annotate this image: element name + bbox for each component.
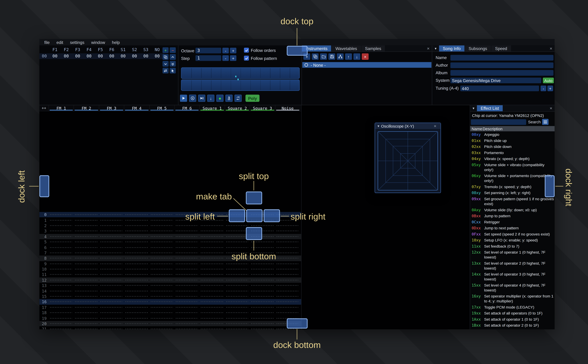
pattern-cell[interactable]	[199, 223, 225, 228]
orders-cell[interactable]: 00	[152, 54, 163, 59]
pattern-cell[interactable]	[48, 212, 74, 217]
pattern-cell[interactable]	[199, 321, 225, 326]
split-target-right[interactable]	[264, 209, 280, 222]
pattern-cell[interactable]	[74, 305, 99, 310]
pattern-cell[interactable]	[124, 288, 149, 294]
pattern-cell[interactable]	[74, 217, 99, 223]
pattern-cell[interactable]	[174, 250, 199, 256]
pattern-cell[interactable]	[48, 261, 74, 266]
orders-cell[interactable]: 00	[106, 54, 118, 59]
pattern-cell[interactable]	[99, 261, 124, 266]
pattern-cell[interactable]	[99, 305, 124, 310]
pattern-cell[interactable]	[199, 277, 225, 283]
dock-target-left[interactable]	[40, 175, 49, 197]
pattern-cell[interactable]	[149, 266, 174, 272]
effect-row[interactable]: 1BxxSet attack of operator 2 (0 to 1F)	[470, 322, 555, 328]
pattern-cell[interactable]	[99, 277, 124, 283]
pattern-cell[interactable]	[124, 239, 149, 245]
close-icon[interactable]: ×	[547, 45, 555, 52]
play-pattern-button[interactable]	[189, 95, 196, 102]
pattern-cell[interactable]	[149, 223, 174, 228]
dock-target-top[interactable]	[287, 46, 308, 56]
menu-item-help[interactable]: help	[109, 40, 123, 45]
pattern-cell[interactable]	[174, 288, 199, 294]
pattern-cell[interactable]	[74, 294, 99, 299]
pattern-cell[interactable]	[74, 245, 99, 250]
dock-target-bottom[interactable]	[287, 318, 308, 329]
collapse-icon[interactable]: ▼	[470, 105, 477, 111]
pattern-cell[interactable]	[99, 245, 124, 250]
pattern-cell[interactable]	[99, 288, 124, 294]
tab-subsongs[interactable]: Subsongs	[465, 45, 491, 52]
channel-header[interactable]: FM 3	[99, 105, 124, 111]
oscilloscope-titlebar[interactable]: ▼ Oscilloscope (X-Y) ×	[375, 123, 441, 130]
pattern-cell[interactable]	[48, 272, 74, 277]
pattern-cell[interactable]	[99, 256, 124, 261]
instrument-list-item-none[interactable]: - None -	[302, 62, 431, 68]
pattern-cell[interactable]	[74, 272, 99, 277]
pattern-cell[interactable]	[99, 212, 124, 217]
pattern-cell[interactable]	[149, 310, 174, 315]
effect-row[interactable]: 02xxPitch slide down	[470, 143, 555, 150]
piano-keyboard-lower[interactable]	[181, 79, 300, 91]
pattern-cell[interactable]	[48, 250, 74, 256]
play-button[interactable]	[180, 95, 187, 102]
piano-keyboard-upper[interactable]	[181, 67, 300, 79]
pattern-cell[interactable]	[199, 283, 225, 288]
effect-row[interactable]: 08xySet panning (x: left; y: right)	[470, 190, 555, 196]
pattern-cell[interactable]	[199, 326, 225, 329]
pattern-cell[interactable]	[48, 223, 74, 228]
pattern-cell[interactable]	[174, 266, 199, 272]
pattern-cell[interactable]	[275, 299, 300, 305]
pattern-cell[interactable]	[199, 315, 225, 321]
pattern-cell[interactable]	[124, 299, 149, 305]
pattern-cell[interactable]	[174, 239, 199, 245]
orders-cell[interactable]: 00	[129, 54, 140, 59]
pattern-cell[interactable]	[225, 266, 250, 272]
order-swap-button[interactable]	[163, 68, 169, 73]
pattern-cell[interactable]	[174, 272, 199, 277]
pattern-cell[interactable]	[74, 250, 99, 256]
close-icon[interactable]: ×	[425, 45, 432, 52]
pattern-cell[interactable]	[174, 326, 199, 329]
pattern-cell[interactable]	[225, 239, 250, 245]
pattern-cell[interactable]	[124, 234, 149, 239]
pattern-cell[interactable]	[48, 321, 74, 326]
pattern-cell[interactable]	[250, 305, 275, 310]
pattern-cell[interactable]	[74, 261, 99, 266]
pattern-cell[interactable]	[199, 245, 225, 250]
effect-row[interactable]: 09xxSet groove pattern (speed 1 if no gr…	[470, 196, 555, 207]
channel-header[interactable]: FM 5	[149, 105, 174, 111]
follow-orders-checkbox[interactable]: Follow orders	[244, 48, 276, 52]
pattern-cell[interactable]	[250, 310, 275, 315]
pattern-cell[interactable]	[149, 299, 174, 305]
channel-header[interactable]: Noise	[275, 105, 300, 111]
pattern-cell[interactable]	[250, 277, 275, 283]
pattern-cell[interactable]	[74, 239, 99, 245]
system-field[interactable]	[450, 78, 542, 83]
effect-row[interactable]: 1CxxSet attack of operator 3 (0 to 1F)	[470, 328, 555, 329]
pattern-cell[interactable]	[174, 294, 199, 299]
effect-row[interactable]: 0BxxJump to pattern	[470, 213, 555, 219]
split-target-left[interactable]	[229, 209, 245, 222]
order-move-up-button[interactable]	[170, 54, 176, 60]
orders-cell[interactable]: 00	[72, 54, 83, 59]
tuning-plus-button[interactable]: +	[547, 85, 553, 91]
oscilloscope-window[interactable]: ▼ Oscilloscope (X-Y) ×	[375, 123, 441, 193]
effect-row[interactable]: 05xyVolume slide + vibrato (compatibilit…	[470, 162, 555, 173]
order-edit-mode-button[interactable]	[170, 68, 176, 73]
pattern-cell[interactable]	[275, 223, 300, 228]
pattern-cell[interactable]	[74, 326, 99, 329]
split-target-bottom[interactable]	[246, 227, 262, 240]
pattern-cell[interactable]	[149, 294, 174, 299]
instrument-open-button[interactable]	[320, 53, 327, 60]
pattern-cell[interactable]	[74, 256, 99, 261]
collapse-icon[interactable]: ▼	[432, 45, 439, 52]
effect-row[interactable]: 0FxxSet speed (speed 2 if no grooves exi…	[470, 231, 555, 237]
effect-row[interactable]: 19xxSet attack of all operators (0 to 1F…	[470, 310, 555, 316]
pattern-cell[interactable]	[250, 272, 275, 277]
pattern-cell[interactable]	[149, 228, 174, 234]
tuning-minus-button[interactable]: -	[541, 85, 546, 91]
step-plus-button[interactable]: +	[230, 55, 236, 61]
pattern-cell[interactable]	[74, 283, 99, 288]
